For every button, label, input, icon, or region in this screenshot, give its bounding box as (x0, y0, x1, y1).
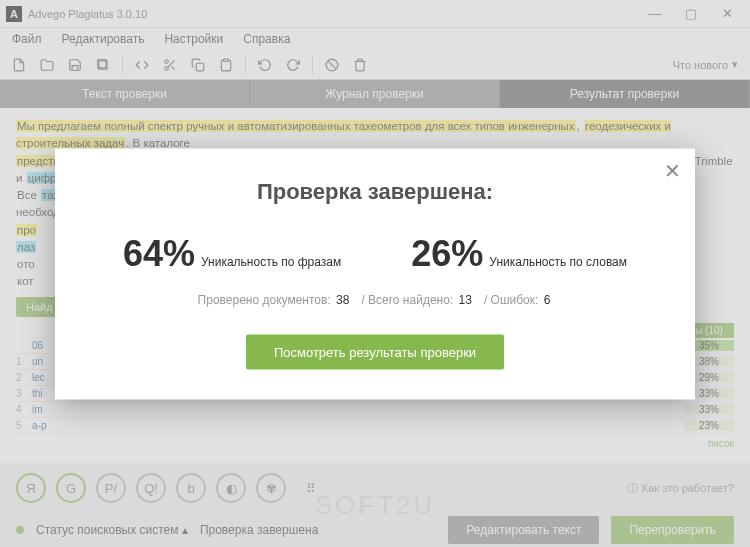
word-unique-label: Уникальность по словам (489, 254, 627, 268)
phrase-unique-pct: 64% (123, 232, 195, 274)
check-summary: Проверено документов: 38 / Всего найдено… (85, 292, 665, 306)
phrase-unique-label: Уникальность по фразам (201, 254, 341, 268)
modal-title: Проверка завершена: (85, 178, 665, 204)
check-complete-modal: ✕ Проверка завершена: 64%Уникальность по… (55, 148, 695, 399)
close-icon[interactable]: ✕ (664, 158, 681, 182)
word-unique-pct: 26% (411, 232, 483, 274)
view-results-button[interactable]: Посмотреть результаты проверки (246, 334, 504, 369)
